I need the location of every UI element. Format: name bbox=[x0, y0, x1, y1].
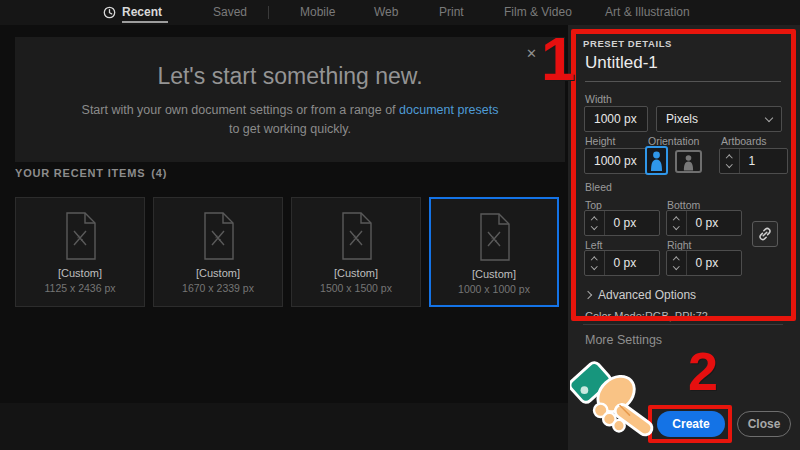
recent-items-heading: YOUR RECENT ITEMS(4) bbox=[15, 167, 167, 179]
height-value: 1000 px bbox=[585, 154, 637, 168]
custom-document-icon bbox=[474, 212, 514, 262]
bleed-label: Bleed bbox=[585, 181, 612, 193]
advanced-options-toggle[interactable]: Advanced Options bbox=[585, 288, 696, 302]
height-input[interactable]: 1000 px bbox=[584, 148, 648, 174]
chain-link-icon bbox=[757, 226, 773, 242]
recent-items-label: YOUR RECENT ITEMS bbox=[15, 167, 145, 179]
stepper-chevrons[interactable] bbox=[585, 251, 605, 275]
artboards-stepper[interactable]: 1 bbox=[719, 148, 788, 174]
document-name-input[interactable]: Untitled-1 bbox=[585, 53, 658, 73]
recent-item-card[interactable]: [Custom] 1125 x 2436 px bbox=[15, 197, 145, 307]
new-document-dialog: Recent Saved Mobile Web Print Film & Vid… bbox=[0, 0, 800, 450]
chevron-down-icon bbox=[765, 113, 773, 121]
tab-film-video[interactable]: Film & Video bbox=[504, 5, 572, 19]
preset-details-panel: PRESET DETAILS Untitled-1 Width 1000 px … bbox=[568, 25, 800, 450]
link-bleed-values-button[interactable] bbox=[752, 221, 778, 247]
units-value: Pixels bbox=[666, 112, 698, 126]
bleed-top-input[interactable]: 0 px bbox=[584, 210, 660, 236]
close-button[interactable]: Close bbox=[737, 411, 791, 437]
card-name: [Custom] bbox=[196, 267, 240, 279]
more-settings-label[interactable]: More Settings bbox=[585, 333, 662, 347]
color-mode-text: Color Mode:RGB, PPI:72 bbox=[585, 310, 708, 322]
stepper-chevrons[interactable] bbox=[720, 149, 740, 173]
document-presets-link[interactable]: document presets bbox=[399, 103, 498, 117]
tab-divider bbox=[268, 6, 269, 19]
recent-item-card-selected[interactable]: [Custom] 1000 x 1000 px bbox=[429, 197, 559, 307]
tab-mobile[interactable]: Mobile bbox=[300, 5, 335, 19]
recent-item-card[interactable]: [Custom] 1670 x 2339 px bbox=[153, 197, 283, 307]
stepper-chevrons[interactable] bbox=[585, 211, 605, 235]
recent-item-card[interactable]: [Custom] 1500 x 1500 px bbox=[291, 197, 421, 307]
tab-art-illustration[interactable]: Art & Illustration bbox=[605, 5, 690, 19]
stock-search-bar: Go bbox=[0, 403, 568, 450]
document-name-underline bbox=[585, 81, 781, 82]
card-dimensions: 1670 x 2339 px bbox=[182, 282, 254, 294]
card-name: [Custom] bbox=[58, 267, 102, 279]
sidebar-divider bbox=[583, 324, 783, 325]
advanced-options-label: Advanced Options bbox=[598, 288, 696, 302]
category-tab-bar: Recent Saved Mobile Web Print Film & Vid… bbox=[0, 0, 800, 25]
custom-document-icon bbox=[336, 211, 376, 261]
units-dropdown[interactable]: Pixels bbox=[656, 106, 782, 132]
artboards-label: Artboards bbox=[721, 135, 767, 147]
bleed-right-value: 0 px bbox=[687, 256, 719, 270]
artboards-value: 1 bbox=[740, 154, 756, 168]
landscape-orientation-icon bbox=[675, 150, 702, 173]
portrait-orientation-icon bbox=[645, 146, 668, 175]
width-label: Width bbox=[585, 93, 612, 105]
card-name: [Custom] bbox=[472, 268, 516, 280]
stepper-chevrons[interactable] bbox=[667, 251, 687, 275]
bleed-top-value: 0 px bbox=[605, 216, 637, 230]
width-input[interactable]: 1000 px bbox=[584, 106, 648, 132]
card-dimensions: 1500 x 1500 px bbox=[320, 282, 392, 294]
width-value: 1000 px bbox=[585, 112, 637, 126]
bleed-bottom-value: 0 px bbox=[687, 216, 719, 230]
tab-web[interactable]: Web bbox=[374, 5, 398, 19]
tab-saved[interactable]: Saved bbox=[213, 5, 247, 19]
bleed-right-input[interactable]: 0 px bbox=[666, 250, 742, 276]
custom-document-icon bbox=[198, 211, 238, 261]
page-title: Let's start something new. bbox=[15, 63, 565, 90]
orientation-landscape-button[interactable] bbox=[675, 150, 702, 173]
active-tab-underline bbox=[122, 21, 168, 23]
hero-subtitle-text: Start with your own document settings or… bbox=[82, 103, 396, 117]
preset-details-header: PRESET DETAILS bbox=[583, 38, 672, 49]
card-name: [Custom] bbox=[334, 267, 378, 279]
bleed-left-value: 0 px bbox=[605, 256, 637, 270]
card-dimensions: 1125 x 2436 px bbox=[44, 282, 115, 294]
clock-icon bbox=[103, 5, 116, 23]
close-icon[interactable]: ✕ bbox=[526, 46, 537, 61]
stepper-chevrons[interactable] bbox=[667, 211, 687, 235]
hero-subtitle-line1: Start with your own document settings or… bbox=[15, 103, 565, 117]
custom-document-icon bbox=[60, 211, 100, 261]
orientation-portrait-button[interactable] bbox=[645, 146, 668, 175]
hero-subtitle-line2: to get working quickly. bbox=[15, 122, 565, 136]
hero-banner: ✕ Let's start something new. Start with … bbox=[15, 37, 565, 162]
create-button[interactable]: Create bbox=[657, 411, 725, 437]
bleed-bottom-input[interactable]: 0 px bbox=[666, 210, 742, 236]
recent-items-grid: [Custom] 1125 x 2436 px [Custom] 1670 x … bbox=[15, 197, 559, 307]
bleed-left-input[interactable]: 0 px bbox=[584, 250, 660, 276]
recent-items-count: (4) bbox=[151, 167, 167, 179]
tab-recent[interactable]: Recent bbox=[122, 5, 162, 19]
card-dimensions: 1000 x 1000 px bbox=[458, 283, 530, 295]
tab-print[interactable]: Print bbox=[439, 5, 464, 19]
height-label: Height bbox=[585, 135, 615, 147]
chevron-right-icon bbox=[584, 290, 592, 298]
